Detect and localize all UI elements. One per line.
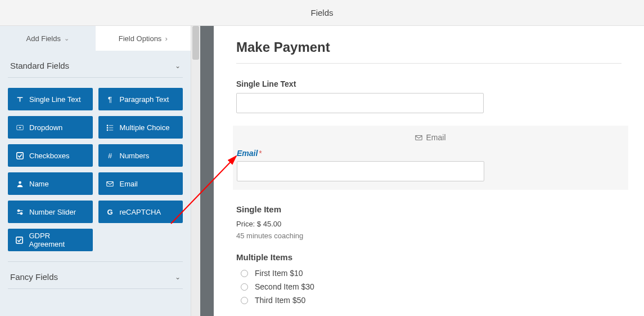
single-item-desc: 45 minutes coaching: [236, 232, 622, 240]
paragraph-icon: ¶: [105, 95, 115, 104]
section-standard-fields[interactable]: Standard Fields ⌄: [0, 51, 191, 77]
chevron-down-icon: ⌄: [175, 62, 181, 70]
svg-rect-3: [107, 127, 108, 128]
section-fancy-fields[interactable]: Fancy Fields ⌄: [0, 262, 191, 288]
check-icon: [15, 152, 25, 159]
gdpr-icon: [15, 237, 24, 244]
svg-rect-2: [109, 125, 113, 126]
top-bar-title: Fields: [310, 8, 333, 17]
field-checkboxes[interactable]: Checkboxes: [8, 144, 93, 167]
svg-rect-4: [109, 127, 113, 128]
recaptcha-icon: G: [105, 208, 115, 216]
field-paragraph-text[interactable]: ¶ Paragraph Text: [98, 88, 183, 110]
user-icon: [15, 180, 25, 188]
tab-label: Field Options: [119, 34, 162, 43]
field-label: Single Line Text: [29, 95, 81, 104]
multiple-items-title: Multiple Items: [236, 252, 622, 262]
field-label: reCAPTCHA: [120, 208, 161, 216]
radio-option[interactable]: Second Item $30: [236, 282, 622, 291]
divider: [236, 63, 622, 64]
svg-rect-13: [416, 135, 422, 140]
field-label: Number Slider: [29, 208, 76, 216]
field-name[interactable]: Name: [8, 172, 93, 195]
section-title: Fancy Fields: [10, 272, 58, 282]
gutter: [200, 26, 214, 316]
field-dropdown[interactable]: Dropdown: [8, 116, 93, 139]
field-numbers[interactable]: # Numbers: [98, 144, 183, 167]
tab-add-fields[interactable]: Add Fields ⌄: [0, 26, 96, 51]
field-label: GDPR Agreement: [29, 232, 85, 248]
radio-icon: [241, 283, 248, 291]
divider: [8, 288, 183, 289]
radio-option[interactable]: First Item $10: [236, 269, 622, 278]
field-gdpr-agreement[interactable]: GDPR Agreement: [8, 229, 93, 251]
chevron-down-icon: ⌄: [175, 273, 181, 281]
envelope-icon: [105, 180, 115, 188]
field-label: Email: [120, 180, 138, 188]
field-number-slider[interactable]: Number Slider: [8, 201, 93, 223]
scrollbar-thumb[interactable]: [192, 26, 199, 60]
svg-point-11: [20, 212, 22, 214]
list-icon: [105, 124, 115, 131]
form-title: Make Payment: [236, 39, 622, 55]
section-title: Standard Fields: [10, 61, 69, 70]
field-single-line-text-preview[interactable]: Single Line Text: [236, 79, 622, 113]
svg-rect-12: [16, 237, 22, 243]
field-label: Numbers: [120, 152, 150, 160]
svg-rect-1: [107, 124, 108, 126]
field-multiple-items-preview[interactable]: Multiple Items First Item $10 Second Ite…: [236, 252, 622, 305]
tab-field-options[interactable]: Field Options ›: [96, 26, 191, 51]
chevron-down-icon: ⌄: [64, 35, 69, 42]
svg-rect-9: [107, 181, 113, 186]
email-label: Email: [237, 149, 258, 158]
radio-label: First Item $10: [255, 269, 303, 278]
main-layout: Add Fields ⌄ Field Options › Standard Fi…: [0, 26, 644, 316]
field-label: Multiple Choice: [120, 123, 170, 132]
svg-point-8: [19, 181, 21, 184]
email-input[interactable]: [237, 161, 484, 181]
field-label: Single Line Text: [236, 79, 622, 88]
chevron-right-icon: ›: [165, 34, 167, 43]
form-canvas: Make Payment Single Line Text Email Emai…: [214, 26, 644, 316]
tab-label: Add Fields: [26, 34, 61, 43]
field-email-preview[interactable]: Email Email*: [233, 126, 628, 190]
svg-rect-7: [16, 152, 22, 158]
scrollbar[interactable]: [191, 26, 200, 316]
field-label: Checkboxes: [29, 152, 70, 160]
field-label: Name: [29, 180, 49, 188]
field-single-item-preview[interactable]: Single Item Price: $ 45.00 45 minutes co…: [236, 204, 622, 240]
sidebar: Add Fields ⌄ Field Options › Standard Fi…: [0, 26, 191, 316]
hash-icon: #: [105, 152, 115, 160]
radio-icon: [241, 297, 248, 304]
field-multiple-choice[interactable]: Multiple Choice: [98, 116, 183, 139]
text-icon: [15, 96, 25, 103]
radio-option[interactable]: Third Item $50: [236, 296, 622, 305]
email-header-text: Email: [426, 133, 445, 142]
field-label: Dropdown: [29, 123, 62, 132]
field-email[interactable]: Email: [98, 172, 183, 195]
sidebar-tabs: Add Fields ⌄ Field Options ›: [0, 26, 191, 51]
field-single-line-text[interactable]: Single Line Text: [8, 88, 93, 110]
price-value: $ 45.00: [257, 220, 281, 228]
svg-point-10: [17, 210, 19, 211]
email-drop-header: Email: [237, 133, 624, 142]
svg-rect-5: [107, 129, 108, 130]
top-bar: Fields: [0, 0, 644, 26]
radio-label: Second Item $30: [255, 282, 314, 291]
radio-icon: [241, 270, 248, 277]
standard-fields-grid: Single Line Text ¶ Paragraph Text Dropdo…: [0, 78, 191, 257]
svg-rect-6: [109, 130, 113, 130]
price-line: Price: $ 45.00: [236, 220, 622, 228]
sliders-icon: [15, 208, 25, 216]
price-prefix: Price:: [236, 220, 255, 228]
radio-label: Third Item $50: [255, 296, 305, 305]
required-asterisk: *: [259, 149, 262, 158]
envelope-icon: [415, 134, 422, 141]
text-input[interactable]: [236, 93, 484, 113]
field-label: Paragraph Text: [120, 95, 169, 104]
field-recaptcha[interactable]: G reCAPTCHA: [98, 201, 183, 223]
single-item-title: Single Item: [236, 204, 622, 214]
dropdown-icon: [15, 124, 25, 131]
